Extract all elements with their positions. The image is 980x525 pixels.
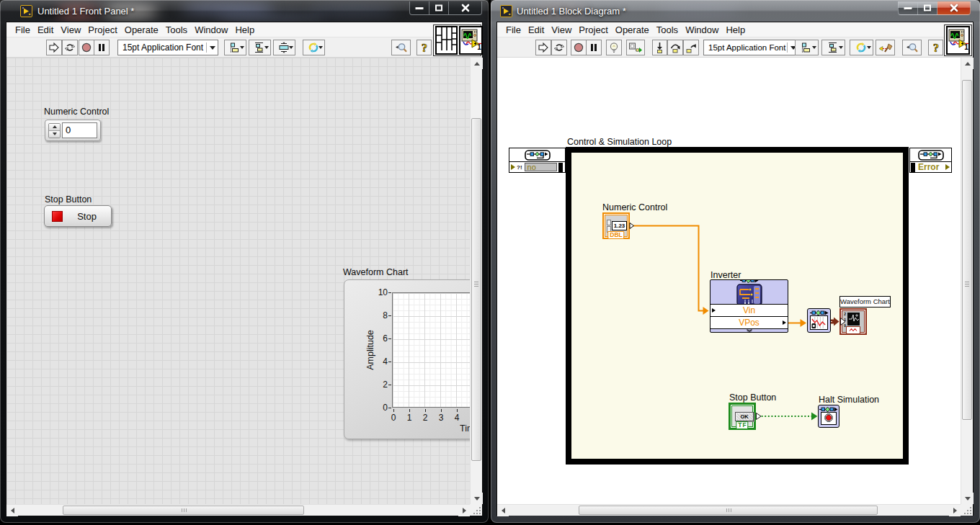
run-button[interactable] — [535, 40, 551, 55]
scroll-left-button[interactable] — [497, 505, 509, 516]
scroll-right-button[interactable] — [458, 505, 470, 516]
abort-button[interactable] — [79, 40, 94, 55]
menu-edit[interactable]: Edit — [34, 22, 57, 37]
distribute-objects-dropdown[interactable] — [821, 40, 845, 55]
front-panel-workspace[interactable]: Numeric Control 0 Stop Button Stop Wavef… — [6, 58, 470, 504]
close-button[interactable] — [449, 1, 482, 15]
distribute-objects-icon — [827, 42, 840, 53]
menu-tools[interactable]: Tools — [162, 22, 191, 37]
numeric-control-label[interactable]: Numeric Control — [44, 107, 109, 117]
block-diagram-horizontal-scrollbar[interactable] — [497, 504, 961, 516]
pause-icon — [96, 42, 107, 53]
menu-edit[interactable]: Edit — [525, 22, 548, 37]
context-help-button[interactable]: ? — [416, 40, 432, 55]
scroll-down-button[interactable] — [961, 493, 974, 504]
decrement-button[interactable] — [49, 130, 60, 138]
step-out-button[interactable] — [683, 40, 699, 55]
scroll-up-button[interactable] — [471, 58, 483, 69]
block-diagram-vertical-scrollbar[interactable] — [961, 58, 973, 504]
abort-icon — [573, 42, 584, 53]
waveform-chart[interactable]: Amplitude 10 8 6 4 2 0 0 1 2 3 — [344, 279, 470, 439]
close-icon — [950, 4, 958, 12]
scrollbar-corner[interactable] — [470, 504, 482, 516]
maximize-button[interactable] — [429, 1, 449, 15]
waveform-chart-label[interactable]: Waveform Chart — [343, 267, 409, 277]
wire-numeric-to-inverter[interactable] — [631, 226, 703, 311]
menu-operate[interactable]: Operate — [612, 22, 653, 37]
vi-icon[interactable]: 1 — [459, 26, 483, 55]
window-title: Untitled 1 Front Panel * — [37, 0, 134, 22]
highlight-execution-button[interactable] — [606, 40, 622, 55]
minimize-button[interactable] — [409, 1, 429, 15]
desktop: Untitled 1 Front Panel * File Edit View … — [0, 0, 980, 525]
menu-project[interactable]: Project — [84, 22, 120, 37]
pause-icon — [588, 42, 600, 53]
resize-grip-icon — [963, 506, 972, 515]
horizontal-scroll-thumb[interactable] — [579, 506, 878, 515]
svg-text:?: ? — [422, 42, 427, 54]
align-objects-dropdown[interactable] — [795, 40, 819, 55]
pause-button[interactable] — [94, 40, 110, 55]
menu-project[interactable]: Project — [575, 22, 611, 37]
stop-button-label[interactable]: Stop Button — [45, 194, 92, 205]
block-diagram-titlebar[interactable]: Untitled 1 Block Diagram * — [491, 0, 980, 22]
align-objects-dropdown[interactable] — [224, 40, 246, 55]
menu-view[interactable]: View — [57, 22, 84, 37]
front-panel-horizontal-scrollbar[interactable] — [6, 504, 470, 516]
menu-file[interactable]: File — [12, 22, 34, 37]
menu-help[interactable]: Help — [231, 22, 258, 37]
step-over-button[interactable] — [667, 40, 683, 55]
numeric-control-value[interactable]: 0 — [62, 122, 97, 138]
search-button[interactable] — [391, 40, 411, 55]
reorder-icon — [855, 42, 868, 53]
font-settings-dropdown[interactable]: 15pt Application Font — [117, 40, 218, 55]
numeric-output-arrow-icon — [630, 223, 634, 229]
font-settings-dropdown[interactable]: 15pt Application Font — [703, 40, 799, 55]
pause-button[interactable] — [586, 40, 602, 55]
stop-button[interactable]: Stop — [44, 205, 112, 227]
context-help-button[interactable]: ? — [928, 40, 943, 55]
distribute-objects-dropdown[interactable] — [249, 40, 271, 55]
maximize-button[interactable] — [918, 1, 937, 15]
horizontal-scroll-thumb[interactable] — [63, 506, 304, 515]
scrollbar-corner[interactable] — [961, 504, 973, 516]
abort-button[interactable] — [571, 40, 587, 55]
vertical-scroll-thumb[interactable] — [471, 118, 481, 461]
clean-up-diagram-button[interactable] — [876, 40, 895, 55]
scroll-up-button[interactable] — [961, 58, 974, 69]
menu-file[interactable]: File — [502, 22, 525, 37]
front-panel-titlebar[interactable]: Untitled 1 Front Panel * — [0, 0, 489, 22]
menu-help[interactable]: Help — [722, 22, 749, 37]
minimize-button[interactable] — [898, 1, 918, 15]
scroll-left-button[interactable] — [6, 505, 18, 516]
menu-operate[interactable]: Operate — [121, 22, 162, 37]
close-button[interactable] — [937, 1, 971, 15]
scroll-right-icon — [953, 508, 957, 513]
run-continuously-button[interactable] — [551, 40, 567, 55]
menu-view[interactable]: View — [548, 22, 575, 37]
run-continuously-button[interactable] — [62, 40, 78, 55]
run-button[interactable] — [46, 40, 62, 55]
block-diagram-workspace[interactable]: Control & Simulation Loop — [497, 58, 961, 504]
connector-pane-icon[interactable] — [435, 26, 458, 55]
vi-icon[interactable]: 1 — [946, 26, 970, 55]
minimize-icon — [416, 7, 424, 9]
scroll-down-button[interactable] — [471, 493, 483, 504]
step-into-button[interactable] — [652, 40, 667, 55]
reorder-dropdown[interactable] — [850, 40, 873, 55]
chart-plot-area[interactable] — [392, 292, 470, 408]
resize-objects-dropdown[interactable] — [273, 40, 295, 55]
front-panel-vertical-scrollbar[interactable] — [470, 58, 482, 504]
retain-wire-values-button[interactable] — [626, 40, 645, 55]
y-tick: 0 — [368, 403, 388, 413]
menu-tools[interactable]: Tools — [653, 22, 682, 37]
scroll-right-button[interactable] — [949, 505, 961, 516]
menu-window[interactable]: Window — [191, 22, 231, 37]
menu-window[interactable]: Window — [682, 22, 722, 37]
front-panel-toolbar: 15pt Application Font — [6, 37, 482, 58]
reorder-dropdown[interactable] — [303, 40, 325, 55]
increment-button[interactable] — [49, 124, 60, 130]
svg-text:?: ? — [933, 42, 939, 54]
search-button[interactable] — [902, 40, 922, 55]
vertical-scroll-thumb[interactable] — [962, 80, 972, 420]
